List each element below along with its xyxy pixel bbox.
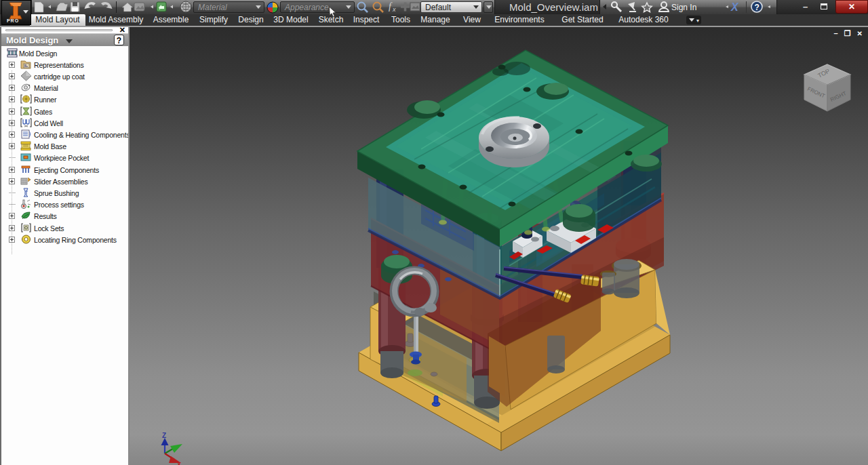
- svg-text:Sign In: Sign In: [671, 3, 696, 12]
- svg-text:?: ?: [755, 3, 760, 12]
- svg-text:x: x: [392, 6, 396, 13]
- svg-text:Z: Z: [162, 432, 166, 439]
- svg-text:X: X: [177, 461, 181, 465]
- svg-text:X: X: [730, 1, 739, 13]
